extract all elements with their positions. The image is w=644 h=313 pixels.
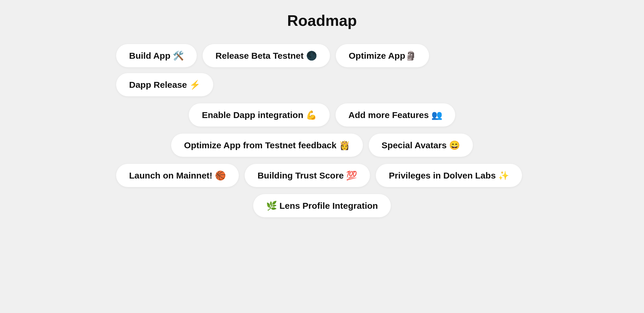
row-4: Launch on Mainnet! 🏀Building Trust Score… [116, 164, 528, 187]
dapp-release: Dapp Release ⚡ [116, 73, 213, 96]
trust-score: Building Trust Score 💯 [245, 164, 370, 187]
special-avatars: Special Avatars 😄 [369, 134, 473, 157]
row-3: Optimize App from Testnet feedback 👸Spec… [116, 134, 528, 157]
row-2: Enable Dapp integration 💪Add more Featur… [116, 103, 528, 127]
enable-dapp: Enable Dapp integration 💪 [189, 103, 329, 127]
optimize-testnet: Optimize App from Testnet feedback 👸 [171, 134, 363, 157]
build-app: Build App 🛠️ [116, 44, 197, 67]
privileges: Privileges in Dolven Labs ✨ [376, 164, 522, 187]
lens-profile: 🌿 Lens Profile Integration [253, 194, 391, 217]
row-5: 🌿 Lens Profile Integration [116, 194, 528, 217]
release-beta: Release Beta Testnet 🌑 [203, 44, 330, 67]
row-1: Build App 🛠️Release Beta Testnet 🌑Optimi… [116, 44, 528, 96]
optimize-app: Optimize App🗿 [336, 44, 429, 67]
launch-mainnet: Launch on Mainnet! 🏀 [116, 164, 239, 187]
page-title: Roadmap [287, 12, 357, 29]
roadmap-container: Build App 🛠️Release Beta Testnet 🌑Optimi… [116, 44, 528, 217]
add-features: Add more Features 👥 [336, 103, 455, 127]
